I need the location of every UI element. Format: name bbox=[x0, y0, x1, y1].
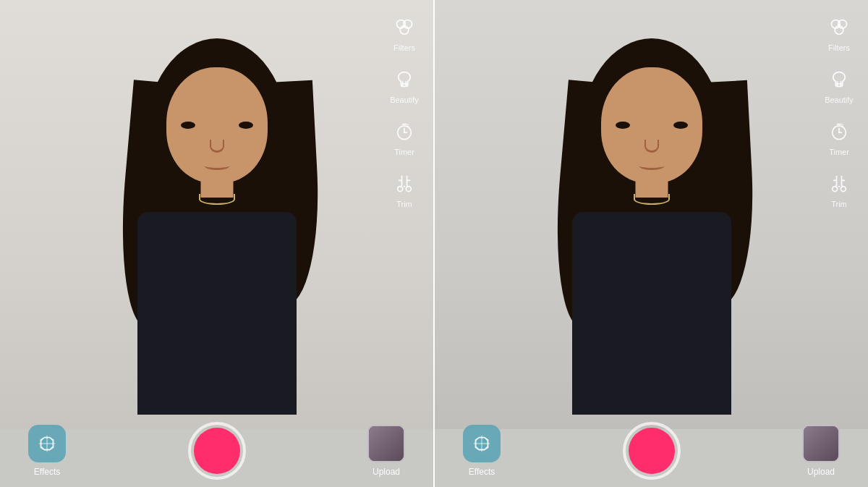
filters-icon-right bbox=[826, 14, 852, 41]
nose bbox=[210, 140, 224, 153]
effects-label-right: Effects bbox=[469, 467, 495, 477]
record-button-right[interactable] bbox=[623, 422, 681, 480]
necklace bbox=[199, 194, 235, 205]
svg-point-12 bbox=[406, 187, 411, 192]
svg-text:3: 3 bbox=[841, 123, 843, 128]
filters-label: Filters bbox=[393, 43, 415, 52]
trim-button-right[interactable]: Trim bbox=[826, 171, 852, 208]
svg-point-26 bbox=[841, 187, 846, 192]
trim-label: Trim bbox=[396, 200, 412, 208]
eyes-right bbox=[616, 122, 688, 129]
timer-button[interactable]: 3 Timer bbox=[391, 119, 417, 156]
upload-thumbnail-image-right bbox=[804, 426, 838, 461]
record-button-inner-right bbox=[629, 428, 675, 474]
right-bottom-toolbar: Effects Upload bbox=[435, 415, 868, 487]
upload-thumbnail bbox=[367, 425, 405, 462]
beautify-icon bbox=[391, 67, 417, 93]
right-eye bbox=[239, 122, 253, 129]
timer-button-right[interactable]: 3 Timer bbox=[826, 119, 852, 156]
filters-button-right[interactable]: Filters bbox=[826, 14, 852, 52]
trim-icon-right bbox=[826, 171, 852, 197]
face bbox=[166, 67, 268, 183]
beautify-icon-right bbox=[826, 67, 852, 93]
jacket-right bbox=[572, 212, 731, 415]
trim-label-right: Trim bbox=[831, 200, 847, 208]
filters-icon bbox=[391, 14, 417, 41]
record-button[interactable] bbox=[188, 422, 246, 480]
effects-label: Effects bbox=[34, 467, 60, 477]
filters-button[interactable]: Filters bbox=[391, 14, 417, 52]
upload-thumbnail-right bbox=[802, 425, 840, 462]
necklace-right bbox=[634, 194, 670, 205]
left-eye bbox=[181, 122, 195, 129]
effects-icon-right bbox=[463, 425, 501, 462]
timer-icon: 3 bbox=[391, 119, 417, 145]
left-panel-sidebar: Filters Beautify 3 bbox=[375, 0, 433, 429]
timer-label-right: Timer bbox=[829, 148, 849, 156]
upload-thumbnail-image bbox=[369, 426, 404, 461]
timer-icon-right: 3 bbox=[826, 119, 852, 145]
effects-button-right[interactable]: Effects bbox=[456, 425, 507, 477]
timer-label: Timer bbox=[394, 148, 414, 156]
upload-label-right: Upload bbox=[807, 467, 835, 477]
mouth-right bbox=[639, 161, 664, 170]
filters-label-right: Filters bbox=[828, 43, 850, 52]
beautify-button[interactable]: Beautify bbox=[390, 67, 419, 104]
beautify-button-right[interactable]: Beautify bbox=[825, 67, 854, 104]
beautify-label-right: Beautify bbox=[825, 96, 854, 104]
right-camera-panel: Filters Beautify 3 bbox=[435, 0, 868, 487]
svg-text:3: 3 bbox=[406, 123, 409, 128]
left-bottom-toolbar: Effects Upload bbox=[0, 415, 433, 487]
effects-icon bbox=[28, 425, 66, 462]
right-panel-sidebar: Filters Beautify 3 bbox=[810, 0, 868, 429]
upload-button-right[interactable]: Upload bbox=[796, 425, 846, 477]
beautify-label: Beautify bbox=[390, 96, 419, 104]
right-eye-right bbox=[673, 122, 688, 129]
left-camera-panel: Filters Beautify 3 bbox=[0, 0, 433, 487]
eyes bbox=[181, 122, 253, 129]
svg-point-11 bbox=[398, 187, 403, 192]
record-button-inner bbox=[194, 428, 240, 474]
mouth bbox=[204, 161, 229, 170]
face-right bbox=[601, 67, 702, 183]
svg-point-25 bbox=[833, 187, 838, 192]
jacket bbox=[137, 212, 297, 415]
nose-right bbox=[644, 140, 659, 153]
upload-label: Upload bbox=[373, 467, 400, 477]
trim-icon bbox=[391, 171, 417, 197]
effects-button[interactable]: Effects bbox=[22, 425, 72, 477]
upload-button[interactable]: Upload bbox=[361, 425, 412, 477]
trim-button[interactable]: Trim bbox=[391, 171, 417, 208]
left-eye-right bbox=[616, 122, 630, 129]
